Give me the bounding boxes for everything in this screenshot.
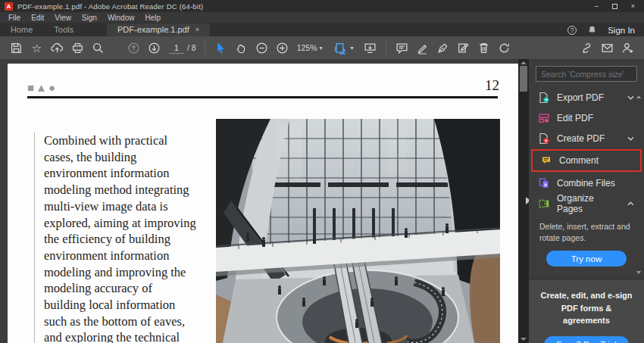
document-viewport: ■▲● 12 Combined with practical cases, th… (0, 59, 518, 343)
header-rule (27, 96, 498, 98)
app-icon: A (5, 2, 13, 11)
header-shapes: ■▲● (27, 81, 57, 94)
menu-edit[interactable]: Edit (26, 14, 49, 22)
toolbar-divider (386, 41, 386, 55)
scrollbar-thumb[interactable] (520, 66, 527, 92)
body-text-line: explored, aiming at improving (44, 215, 196, 232)
sidebar-item-combine-files[interactable]: Combine Files (529, 173, 644, 193)
menu-window[interactable]: Window (102, 14, 140, 22)
content-area: ■▲● 12 Combined with practical cases, th… (0, 59, 644, 343)
zoom-in-icon[interactable] (272, 39, 292, 57)
menu-help[interactable]: Help (139, 14, 166, 22)
cloud-upload-icon[interactable] (47, 39, 67, 57)
organize-pages-description: Delete, insert, extract and rotate pages… (529, 214, 644, 243)
sidebar-item-comment[interactable]: Comment (533, 151, 640, 170)
sidebar-item-organize-pages[interactable]: Organize Pages (529, 193, 644, 214)
close-button[interactable]: × (631, 3, 635, 10)
highlight-tool-icon[interactable] (412, 39, 433, 57)
body-text-line: building local information (44, 297, 196, 313)
print-icon[interactable] (67, 39, 88, 57)
sidebar-item-create-pdf[interactable]: Create PDF (529, 128, 644, 148)
body-text-line: multi-view image data is (44, 198, 196, 215)
zoom-level-label[interactable]: 125% (297, 43, 317, 52)
help-icon[interactable]: ? (567, 26, 577, 35)
acrobat-window: A PDF-example.1.pdf - Adobe Acrobat Read… (0, 0, 644, 343)
tools-search-box[interactable] (536, 66, 637, 82)
sidebar-scroll-down-icon[interactable] (636, 271, 641, 274)
sidebar-item-label: Create PDF (557, 133, 605, 144)
organize-pages-icon (538, 198, 550, 210)
next-page-icon[interactable] (144, 39, 164, 57)
sidebar-item-label: Comment (559, 155, 599, 166)
pdf-embedded-image (216, 119, 500, 343)
bell-icon[interactable] (587, 25, 597, 35)
chevron-up-icon (627, 201, 634, 206)
body-text-line: environment information (44, 165, 196, 182)
menu-sign[interactable]: Sign (77, 14, 102, 22)
tab-bar: Home Tools PDF-example.1.pdf × ? Sign In (0, 23, 644, 36)
menu-file[interactable]: File (3, 14, 26, 22)
promo-heading: Create, edit, and e-sign PDF forms & agr… (538, 289, 635, 327)
zoom-caret-icon[interactable]: ▾ (320, 45, 323, 51)
menu-bar: File Edit View Sign Window Help (0, 12, 644, 23)
sidebar-item-label: Edit PDF (557, 113, 593, 123)
page-number-label: 12 (485, 77, 499, 94)
tab-home[interactable]: Home (0, 23, 43, 36)
menu-view[interactable]: View (49, 14, 77, 22)
delete-pages-icon[interactable] (474, 39, 494, 57)
sidebar-scroll-up-icon[interactable] (636, 95, 641, 98)
zoom-out-icon[interactable] (252, 39, 272, 57)
restore-button[interactable] (612, 4, 617, 9)
star-icon[interactable]: ☆ (27, 39, 47, 57)
tools-search-input[interactable] (541, 70, 632, 79)
page-total-label: / 8 (187, 43, 196, 52)
try-now-button[interactable]: Try now (546, 251, 627, 267)
hand-tool-icon[interactable] (231, 39, 252, 57)
save-icon[interactable] (6, 39, 27, 57)
edit-pdf-icon (538, 112, 550, 124)
minimize-button[interactable]: – (595, 3, 599, 10)
close-tab-icon[interactable]: × (195, 26, 199, 33)
export-pdf-icon (538, 92, 550, 104)
share-link-icon[interactable] (577, 39, 597, 57)
free-trial-button[interactable]: Free 7-Day Trial (544, 336, 629, 343)
comment-tool-icon[interactable] (392, 39, 412, 57)
tab-document-label: PDF-example.1.pdf (117, 25, 189, 34)
add-user-icon[interactable] (617, 39, 638, 57)
page-number-input[interactable] (169, 42, 184, 54)
fill-sign-icon[interactable] (453, 39, 474, 57)
page-fit-caret-icon[interactable]: ▾ (351, 45, 354, 51)
tab-document[interactable]: PDF-example.1.pdf × (107, 23, 210, 36)
select-tool-icon[interactable] (211, 39, 231, 57)
tools-sidebar: Export PDF Edit PDF Cre (529, 59, 644, 343)
search-icon[interactable] (88, 39, 108, 57)
comment-highlight-box: Comment (531, 149, 642, 172)
toolbar-divider (205, 41, 205, 55)
body-text-line: modeling and improving the (44, 264, 196, 281)
window-title: PDF-example.1.pdf - Adobe Acrobat Reader… (17, 2, 203, 11)
body-text-line: cases, the building (44, 149, 196, 166)
email-icon[interactable] (597, 39, 617, 57)
body-text-column: Combined with practical cases, the build… (34, 133, 196, 343)
sign-in-button[interactable]: Sign In (608, 26, 635, 35)
refresh-icon[interactable] (494, 39, 514, 57)
sidebar-item-export-pdf[interactable]: Export PDF (529, 87, 644, 108)
body-text-line: and exploring the technical (44, 329, 196, 343)
pdf-page: ■▲● 12 Combined with practical cases, th… (8, 64, 518, 343)
trial-promo-panel: Create, edit, and e-sign PDF forms & agr… (529, 279, 644, 343)
main-toolbar: ☆ (0, 36, 644, 59)
scroll-up-icon[interactable] (521, 61, 527, 64)
title-bar: A PDF-example.1.pdf - Adobe Acrobat Read… (0, 0, 644, 12)
body-text-line: the efficiency of building (44, 231, 196, 248)
previous-page-icon[interactable] (123, 39, 144, 57)
sidebar-item-edit-pdf[interactable]: Edit PDF (529, 108, 644, 128)
sign-tool-icon[interactable] (433, 39, 453, 57)
tab-tools[interactable]: Tools (43, 23, 84, 36)
sidebar-item-label: Organize Pages (557, 193, 621, 214)
scroll-down-icon[interactable] (521, 338, 527, 341)
page-fit-icon[interactable] (330, 39, 351, 57)
chevron-down-icon (627, 95, 634, 100)
presentation-icon[interactable] (360, 39, 380, 57)
comment-icon (540, 154, 552, 167)
body-text-line: modeling accuracy of (44, 280, 196, 297)
